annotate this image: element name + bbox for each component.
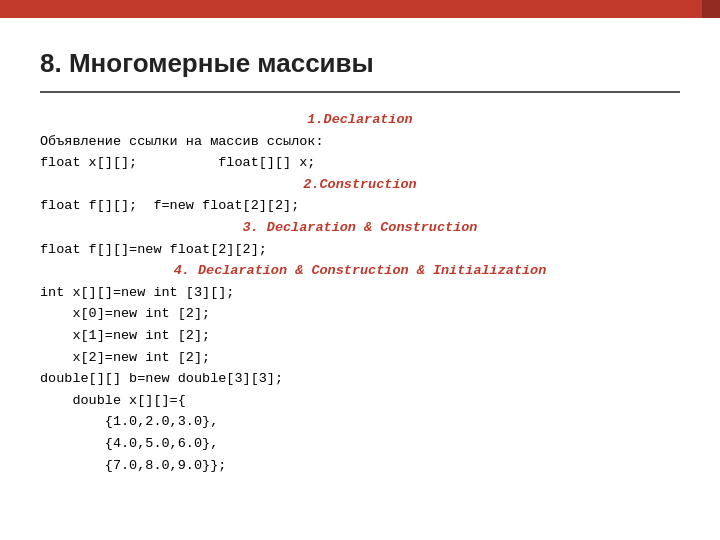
code-line: x[0]=new int [2]; (40, 303, 680, 325)
code-line: Объявление ссылки на массив ссылок: (40, 131, 680, 153)
top-bar (0, 0, 720, 18)
code-section: 1.Declaration Объявление ссылки на масси… (40, 109, 680, 476)
section-3-header: 3. Declaration & Construction (40, 217, 680, 239)
section-2-header: 2.Construction (40, 174, 680, 196)
code-line: x[2]=new int [2]; (40, 347, 680, 369)
code-line: x[1]=new int [2]; (40, 325, 680, 347)
code-line: float f[][]; f=new float[2][2]; (40, 195, 680, 217)
code-line: double x[][]={ (40, 390, 680, 412)
code-line: int x[][]=new int [3][]; (40, 282, 680, 304)
code-line: {1.0,2.0,3.0}, (40, 411, 680, 433)
code-line: float x[][]; float[][] x; (40, 152, 680, 174)
divider (40, 91, 680, 93)
page-title: 8. Многомерные массивы (40, 48, 680, 79)
code-line: float f[][]=new float[2][2]; (40, 239, 680, 261)
section-1-header: 1.Declaration (40, 109, 680, 131)
corner-square (702, 0, 720, 18)
code-line: {4.0,5.0,6.0}, (40, 433, 680, 455)
code-line: double[][] b=new double[3][3]; (40, 368, 680, 390)
section-4-header: 4. Declaration & Construction & Initiali… (40, 260, 680, 282)
code-line: {7.0,8.0,9.0}}; (40, 455, 680, 477)
main-content: 8. Многомерные массивы 1.Declaration Объ… (0, 18, 720, 496)
